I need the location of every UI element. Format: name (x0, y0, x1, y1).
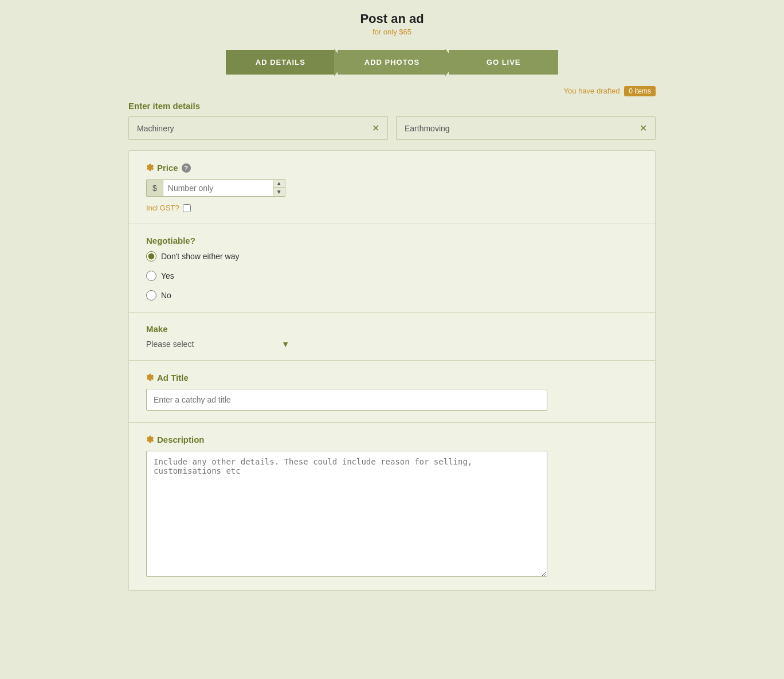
ad-title-label: ✽ Ad Title (146, 372, 638, 383)
gst-row: Incl GST? (146, 204, 638, 212)
main-content: You have drafted 0 items Enter item deta… (105, 86, 679, 591)
ad-title-input[interactable] (146, 389, 547, 411)
price-up-button[interactable]: ▲ (273, 179, 285, 188)
make-section: Make Please select ▼ (129, 313, 655, 361)
price-spinner: ▲ ▼ (273, 179, 285, 197)
category-row: Machinery ✕ Earthmoving ✕ (128, 116, 656, 140)
step-ad-details[interactable]: Ad Details (226, 50, 335, 75)
price-help-icon[interactable]: ? (182, 163, 191, 173)
radio-dont-show-label: Don't show either way (161, 252, 240, 261)
negotiable-section: Negotiable? Don't show either way Yes No (129, 224, 655, 313)
step-add-photos[interactable]: Add Photos (338, 50, 447, 75)
drafted-bar: You have drafted 0 items (128, 86, 656, 95)
make-dropdown-arrow-icon: ▼ (281, 340, 289, 349)
ad-title-required-star: ✽ (146, 372, 154, 383)
radio-dont-show[interactable]: Don't show either way (146, 251, 638, 262)
radio-yes-input[interactable] (146, 271, 156, 281)
drafted-badge: 0 items (624, 86, 656, 96)
description-section: ✽ Description (129, 423, 655, 590)
price-input[interactable] (163, 179, 273, 197)
category2-close-icon[interactable]: ✕ (640, 123, 647, 134)
page-subtitle: for only $65 (0, 28, 784, 36)
radio-no-label: No (161, 291, 171, 300)
section-heading: Enter item details (128, 101, 656, 111)
price-section: ✽ Price ? $ ▲ ▼ Incl GST? (129, 151, 655, 224)
steps-bar: Ad Details Add Photos Go Live (226, 50, 558, 75)
price-down-button[interactable]: ▼ (273, 188, 285, 196)
step-go-live[interactable]: Go Live (449, 50, 558, 75)
radio-yes[interactable]: Yes (146, 271, 638, 281)
category2-value: Earthmoving (405, 124, 450, 133)
category1-close-icon[interactable]: ✕ (372, 123, 379, 134)
radio-no[interactable]: No (146, 290, 638, 301)
make-select-row[interactable]: Please select ▼ (146, 340, 289, 349)
page-title: Post an ad (0, 11, 784, 26)
description-required-star: ✽ (146, 434, 154, 445)
make-label: Make (146, 324, 638, 334)
page-header: Post an ad for only $65 (0, 0, 784, 42)
radio-no-input[interactable] (146, 290, 156, 301)
category2-select[interactable]: Earthmoving ✕ (396, 116, 656, 140)
ad-title-section: ✽ Ad Title (129, 361, 655, 423)
make-select-display: Please select (146, 340, 276, 349)
category1-value: Machinery (137, 124, 174, 133)
category1-select[interactable]: Machinery ✕ (128, 116, 388, 140)
form-card: ✽ Price ? $ ▲ ▼ Incl GST? Negotiable? (128, 150, 656, 591)
gst-label: Incl GST? (146, 204, 179, 212)
negotiable-label: Negotiable? (146, 236, 638, 245)
description-textarea[interactable] (146, 451, 547, 577)
gst-checkbox[interactable] (183, 204, 191, 212)
drafted-text: You have drafted (564, 87, 620, 95)
price-input-row: $ ▲ ▼ (146, 179, 261, 197)
radio-dont-show-input[interactable] (146, 251, 156, 262)
price-label: ✽ Price ? (146, 162, 638, 173)
radio-yes-label: Yes (161, 271, 174, 280)
price-required-star: ✽ (146, 162, 154, 173)
description-label: ✽ Description (146, 434, 638, 445)
currency-symbol: $ (146, 179, 163, 197)
